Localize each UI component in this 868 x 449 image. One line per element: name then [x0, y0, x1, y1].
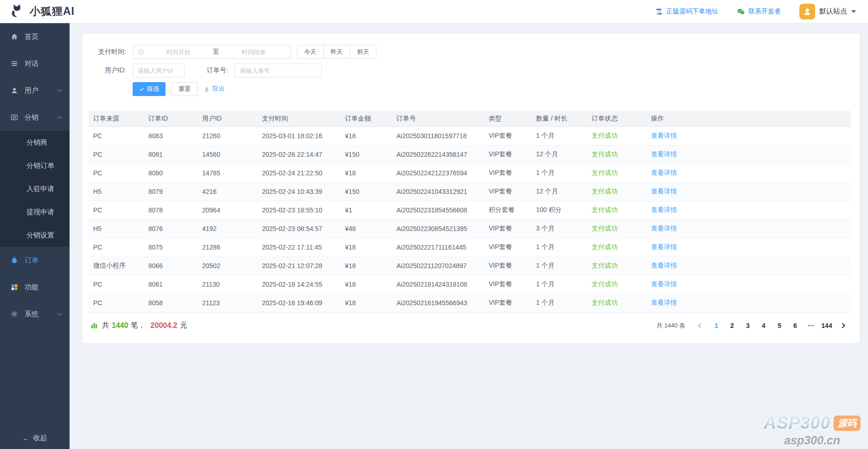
money-bag-icon: [10, 256, 19, 264]
cell-type: 积分套餐: [484, 201, 531, 219]
next-page-button[interactable]: [836, 319, 849, 332]
cell-order-no: Ai202502181424318108: [392, 275, 484, 294]
cell-type: VIP套餐: [484, 275, 531, 294]
cell-order-no: Ai202502230854521395: [392, 219, 484, 238]
view-details-link[interactable]: 查看详情: [651, 132, 677, 139]
order-no-input[interactable]: [235, 64, 322, 77]
source-order-link[interactable]: 正版源码下单地址: [655, 7, 718, 16]
cell-type: VIP套餐: [484, 294, 531, 312]
quick-date-button[interactable]: 今天: [297, 45, 324, 59]
cell-order-source: PC: [89, 127, 144, 145]
cell-amount: ¥18: [340, 164, 392, 182]
sidebar-item-system[interactable]: 系统: [0, 301, 70, 327]
collapse-sidebar-button[interactable]: ← 收起: [0, 434, 70, 443]
sidebar-subitem-join-applications[interactable]: 入驻申请: [0, 177, 70, 200]
cell-pay-time: 2025-02-23 18:55:10: [257, 201, 340, 219]
page-number[interactable]: 144: [820, 319, 834, 332]
view-details-link[interactable]: 查看详情: [651, 243, 677, 250]
cell-pay-time: 2025-02-21 12:07:28: [257, 257, 340, 275]
cell-order-source: PC: [89, 164, 144, 182]
column-header: 类型: [484, 111, 531, 127]
user-id-input[interactable]: [133, 64, 185, 77]
sidebar-item-orders[interactable]: 订单: [0, 247, 70, 274]
sidebar-subitem-distribution-orders[interactable]: 分销订单: [0, 154, 70, 177]
sidebar-subitem-withdrawal-applications[interactable]: 提现申请: [0, 200, 70, 224]
column-header: 订单来源: [89, 111, 144, 127]
date-range-picker[interactable]: 至: [133, 45, 291, 59]
site-selector[interactable]: 默认站点: [799, 4, 856, 19]
view-details-link[interactable]: 查看详情: [651, 299, 677, 306]
cell-user-id: 20502: [198, 257, 257, 275]
pagination: 共 1440 条 123456···144: [657, 319, 849, 332]
main-content: 支付时间: 至 今天昨天前天 用户ID: 订单号:: [70, 23, 868, 449]
quick-date-button[interactable]: 前天: [350, 45, 377, 59]
cell-action: 查看详情: [646, 238, 851, 257]
download-icon: [204, 86, 210, 92]
view-details-link[interactable]: 查看详情: [651, 280, 677, 288]
chevron-up-icon: [57, 116, 62, 121]
cell-user-id: 4216: [198, 182, 257, 201]
cell-status: 支付成功: [587, 164, 646, 182]
view-details-link[interactable]: 查看详情: [651, 206, 677, 213]
page-number[interactable]: 2: [725, 319, 739, 332]
cell-action: 查看详情: [646, 294, 851, 312]
table-row: PC 8058 21123 2025-02-16 19:46:09 ¥18 Ai…: [89, 294, 851, 312]
cell-order-source: PC: [89, 294, 144, 312]
contact-developer-link[interactable]: 联系开发者: [737, 7, 781, 16]
sidebar-subitem-distribution-settings[interactable]: 分销设置: [0, 224, 70, 247]
column-header: 支付时间: [257, 111, 340, 127]
page-number[interactable]: 3: [741, 319, 755, 332]
table-header-row: 订单来源订单ID用户ID支付时间订单金额订单号类型数量 / 时长订单状态操作: [89, 111, 851, 127]
gear-icon: [10, 310, 19, 318]
cell-order-source: PC: [89, 201, 144, 219]
sidebar-item-chat[interactable]: 对话: [0, 50, 70, 77]
page-number[interactable]: 4: [757, 319, 771, 332]
cell-order-no: Ai202502262214356147: [392, 145, 484, 164]
sidebar-item-distribution[interactable]: 分销: [0, 104, 70, 131]
cell-quantity: 3 个月: [531, 219, 587, 238]
cell-order-source: PC: [89, 238, 144, 257]
sidebar-item-home[interactable]: 首页: [0, 23, 70, 50]
clock-icon: [138, 49, 144, 55]
quick-date-button[interactable]: 昨天: [323, 45, 350, 59]
filter-button[interactable]: 筛选: [133, 82, 166, 96]
check-icon: [139, 86, 145, 92]
cell-order-id: 8061: [144, 275, 198, 294]
cell-amount: ¥18: [340, 275, 392, 294]
cell-order-id: 8058: [144, 294, 198, 312]
reset-button[interactable]: 重置: [171, 82, 198, 96]
cell-pay-time: 2025-03-01 18:02:16: [257, 127, 340, 145]
cell-action: 查看详情: [646, 219, 851, 238]
view-details-link[interactable]: 查看详情: [651, 150, 677, 158]
table-row: PC 8075 21286 2025-02-22 17:11:45 ¥18 Ai…: [89, 238, 851, 257]
sidebar-subitem-distributors[interactable]: 分销商: [0, 131, 70, 154]
view-details-link[interactable]: 查看详情: [651, 187, 677, 195]
prev-page-button[interactable]: [694, 319, 708, 332]
page-number[interactable]: 5: [772, 319, 786, 332]
top-header: 小狐狸AI 正版源码下单地址 联系开发者 默认站点: [0, 0, 868, 23]
cell-order-id: 8076: [144, 219, 198, 238]
orders-panel: 支付时间: 至 今天昨天前天 用户ID: 订单号:: [83, 34, 860, 343]
fox-logo-icon: [8, 3, 25, 20]
export-button[interactable]: 导出: [204, 85, 225, 93]
total-count: 1440: [112, 321, 128, 330]
page-number[interactable]: 6: [788, 319, 802, 332]
view-details-link[interactable]: 查看详情: [651, 224, 677, 232]
time-end-input[interactable]: [221, 49, 286, 56]
order-no-label: 订单号:: [207, 66, 228, 75]
table-body: PC 8083 21260 2025-03-01 18:02:16 ¥18 Ai…: [89, 127, 851, 312]
source-order-label: 正版源码下单地址: [666, 7, 718, 16]
time-start-input[interactable]: [146, 49, 211, 56]
page-number[interactable]: ···: [804, 319, 818, 332]
page-numbers: 123456···144: [709, 319, 834, 332]
cell-pay-time: 2025-02-16 19:46:09: [257, 294, 340, 312]
cell-amount: ¥18: [340, 238, 392, 257]
view-details-link[interactable]: 查看详情: [651, 169, 677, 176]
page-number[interactable]: 1: [709, 319, 723, 332]
column-header: 订单状态: [587, 111, 646, 127]
cell-user-id: 21286: [198, 238, 257, 257]
sidebar-item-users[interactable]: 用户: [0, 77, 70, 104]
sidebar-item-features[interactable]: 功能: [0, 274, 70, 301]
view-details-link[interactable]: 查看详情: [651, 262, 677, 269]
list-icon: [10, 59, 19, 68]
